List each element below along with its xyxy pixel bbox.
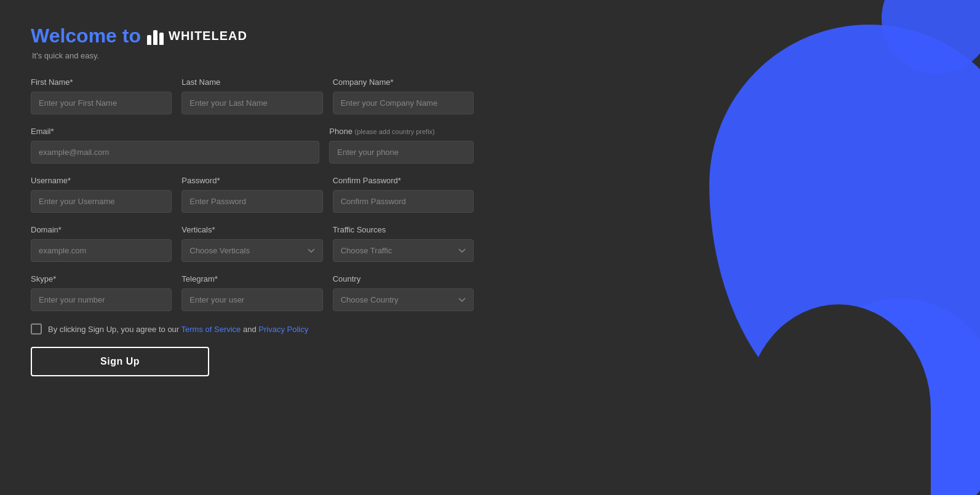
telegram-input[interactable]: [181, 288, 322, 311]
traffic-sources-select[interactable]: Choose Traffic: [333, 239, 474, 262]
country-select[interactable]: Choose Country: [333, 288, 474, 311]
password-input[interactable]: [181, 190, 322, 213]
telegram-group: Telegram*: [181, 274, 322, 311]
confirm-password-input[interactable]: [333, 190, 474, 213]
row-domain-verticals-traffic: Domain* Verticals* Choose Verticals Traf…: [31, 225, 474, 262]
company-name-label: Company Name*: [333, 77, 474, 87]
terms-of-service-link[interactable]: Terms of Service: [181, 325, 241, 334]
logo-icon: [147, 28, 164, 45]
subtitle: It's quick and easy.: [32, 51, 474, 60]
form-section: Welcome to WHITELEAD It's quick and easy…: [0, 0, 504, 495]
email-label: Email*: [31, 127, 319, 136]
password-label: Password*: [181, 176, 322, 185]
first-name-label: First Name*: [31, 77, 172, 87]
last-name-group: Last Name: [181, 77, 322, 114]
username-input[interactable]: [31, 190, 172, 213]
header: Welcome to WHITELEAD It's quick and easy…: [31, 25, 474, 60]
traffic-sources-group: Traffic Sources Choose Traffic: [333, 225, 474, 262]
country-group: Country Choose Country: [333, 274, 474, 311]
confirm-password-group: Confirm Password*: [333, 176, 474, 213]
skype-label: Skype*: [31, 274, 172, 283]
telegram-label: Telegram*: [181, 274, 322, 283]
bar1: [147, 35, 151, 45]
domain-input[interactable]: [31, 239, 172, 262]
header-title: Welcome to WHITELEAD: [31, 25, 474, 47]
logo-wrapper: WHITELEAD: [147, 28, 247, 45]
bar2: [153, 30, 157, 45]
email-group: Email*: [31, 127, 319, 164]
phone-input[interactable]: [329, 141, 474, 164]
terms-row: By clicking Sign Up, you agree to our Te…: [31, 323, 474, 335]
first-name-group: First Name*: [31, 77, 172, 114]
company-name-group: Company Name*: [333, 77, 474, 114]
first-name-input[interactable]: [31, 92, 172, 114]
password-group: Password*: [181, 176, 322, 213]
verticals-select[interactable]: Choose Verticals: [181, 239, 322, 262]
verticals-label: Verticals*: [181, 225, 322, 234]
verticals-group: Verticals* Choose Verticals: [181, 225, 322, 262]
country-label: Country: [333, 274, 474, 283]
signup-button[interactable]: Sign Up: [31, 347, 209, 376]
logo-text: WHITELEAD: [169, 29, 247, 43]
last-name-input[interactable]: [181, 92, 322, 114]
privacy-policy-link[interactable]: Privacy Policy: [258, 325, 308, 334]
last-name-label: Last Name: [181, 77, 322, 87]
bar3: [159, 33, 164, 45]
email-input[interactable]: [31, 141, 319, 164]
username-label: Username*: [31, 176, 172, 185]
terms-checkbox[interactable]: [31, 323, 42, 335]
confirm-password-label: Confirm Password*: [333, 176, 474, 185]
skype-group: Skype*: [31, 274, 172, 311]
phone-group: Phone (please add country prefix): [329, 127, 474, 164]
username-group: Username*: [31, 176, 172, 213]
row-names: First Name* Last Name Company Name*: [31, 77, 474, 114]
terms-text: By clicking Sign Up, you agree to our Te…: [48, 325, 308, 334]
row-credentials: Username* Password* Confirm Password*: [31, 176, 474, 213]
domain-label: Domain*: [31, 225, 172, 234]
phone-label: Phone (please add country prefix): [329, 127, 474, 136]
page-wrapper: Welcome to WHITELEAD It's quick and easy…: [0, 0, 980, 495]
domain-group: Domain*: [31, 225, 172, 262]
company-name-input[interactable]: [333, 92, 474, 114]
row-skype-telegram-country: Skype* Telegram* Country Choose Country: [31, 274, 474, 311]
skype-input[interactable]: [31, 288, 172, 311]
welcome-text: Welcome to: [31, 25, 141, 47]
traffic-sources-label: Traffic Sources: [333, 225, 474, 234]
row-email-phone: Email* Phone (please add country prefix): [31, 127, 474, 164]
decoration-section: [504, 0, 980, 495]
